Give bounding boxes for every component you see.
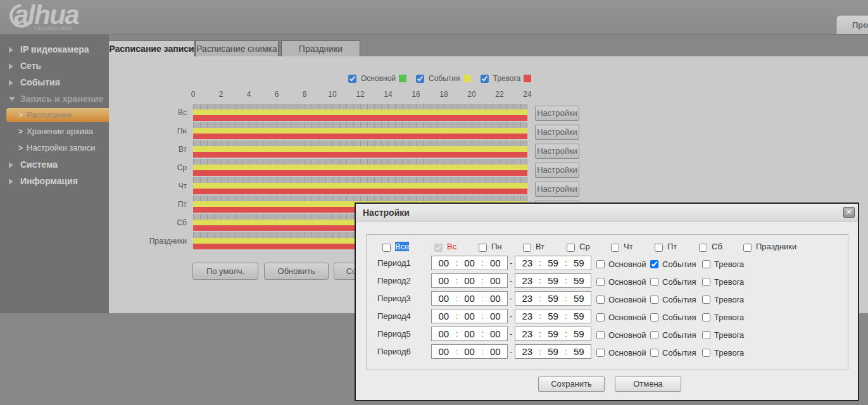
time-value: 23	[522, 346, 532, 357]
time-value: 59	[574, 258, 584, 268]
time-value: 00	[464, 293, 475, 304]
period-label: Период3	[377, 291, 411, 306]
alarm-checkbox[interactable]	[702, 331, 710, 339]
alarm-checkbox[interactable]	[702, 260, 710, 268]
day-checkbox-label: Вт	[536, 242, 544, 251]
main-checkbox[interactable]	[596, 260, 605, 268]
record-type-check: Тревога	[702, 311, 744, 323]
event-checkbox[interactable]	[650, 331, 658, 339]
day-checkbox[interactable]	[743, 244, 752, 252]
day-checkbox-label: Вс	[447, 242, 456, 251]
time-value: 59	[548, 275, 558, 286]
period-start-input[interactable]: 00:00:00	[431, 344, 508, 359]
record-type-label: Тревога	[714, 259, 744, 269]
alarm-checkbox[interactable]	[702, 349, 710, 357]
time-value: 00	[438, 275, 449, 286]
main-checkbox[interactable]	[596, 313, 605, 321]
day-checkbox[interactable]	[479, 244, 487, 252]
alarm-checkbox[interactable]	[702, 296, 710, 304]
record-type-label: Основной	[608, 330, 646, 340]
main-checkbox[interactable]	[596, 349, 605, 357]
main-checkbox[interactable]	[596, 331, 605, 339]
time-value: 00	[464, 311, 475, 321]
record-type-check: События	[650, 294, 696, 305]
record-type-check: События	[650, 276, 696, 287]
time-value: 23	[522, 275, 532, 286]
record-type-check: Основной	[596, 329, 646, 340]
record-type-check: Основной	[596, 276, 646, 287]
time-range-separator: -	[510, 291, 512, 306]
event-checkbox[interactable]	[650, 260, 658, 268]
dialog-titlebar: Настройки	[356, 204, 858, 222]
main-checkbox[interactable]	[596, 278, 605, 286]
dialog-cancel-button[interactable]: Отмена	[615, 377, 681, 392]
time-colon: :	[455, 347, 457, 356]
alarm-checkbox[interactable]	[702, 278, 710, 286]
close-icon[interactable]: ✕	[843, 207, 855, 218]
dialog-save-button[interactable]: Сохранить	[538, 377, 605, 392]
day-check-item: Ср	[567, 240, 590, 251]
alarm-checkbox[interactable]	[702, 313, 710, 321]
day-checkbox[interactable]	[655, 244, 663, 252]
period-end-input[interactable]: 23:59:59	[515, 327, 591, 341]
period-end-input[interactable]: 23:59:59	[515, 256, 591, 270]
main-checkbox[interactable]	[596, 296, 605, 304]
period-end-input[interactable]: 23:59:59	[515, 291, 591, 306]
time-colon: :	[481, 277, 483, 285]
day-checkbox[interactable]	[434, 244, 443, 252]
record-type-label: События	[662, 277, 696, 287]
record-type-check: События	[650, 329, 696, 340]
time-value: 23	[522, 328, 532, 339]
time-range-separator: -	[510, 309, 512, 323]
event-checkbox[interactable]	[650, 296, 658, 304]
time-value: 00	[438, 311, 449, 321]
record-type-check: Тревога	[702, 347, 744, 358]
day-checkbox[interactable]	[611, 244, 619, 252]
period-end-input[interactable]: 23:59:59	[515, 309, 591, 323]
day-checkbox[interactable]	[567, 244, 575, 252]
period-row: Период500:00:0023:59:59-ОсновнойСобытияТ…	[356, 327, 860, 341]
period-label: Период5	[377, 327, 411, 341]
event-checkbox[interactable]	[650, 278, 658, 286]
time-colon: :	[565, 277, 567, 285]
record-type-check: Основной	[596, 258, 646, 270]
period-start-input[interactable]: 00:00:00	[431, 309, 508, 323]
period-end-input[interactable]: 23:59:59	[515, 273, 591, 288]
event-checkbox[interactable]	[650, 313, 658, 321]
period-start-input[interactable]: 00:00:00	[431, 327, 508, 341]
record-type-label: Тревога	[714, 295, 744, 304]
period-start-input[interactable]: 00:00:00	[431, 256, 508, 270]
day-checkbox[interactable]	[699, 244, 707, 252]
period-start-input[interactable]: 00:00:00	[431, 273, 508, 288]
period-start-input[interactable]: 00:00:00	[431, 291, 508, 306]
time-colon: :	[539, 294, 541, 303]
day-checkbox-label: Ср	[579, 242, 590, 251]
day-checkbox[interactable]	[523, 244, 531, 252]
time-value: 59	[548, 311, 558, 321]
record-type-label: Основной	[608, 277, 646, 287]
time-value: 59	[574, 346, 584, 357]
day-checkbox-label: Сб	[712, 242, 722, 251]
record-type-check: Тревога	[702, 294, 744, 305]
event-checkbox[interactable]	[650, 349, 658, 357]
time-colon: :	[481, 312, 483, 321]
day-check-item: Чт	[611, 240, 633, 251]
record-type-label: События	[662, 259, 696, 269]
record-type-check: События	[650, 258, 696, 270]
day-checkbox[interactable]	[382, 244, 391, 252]
period-row: Период300:00:0023:59:59-ОсновнойСобытияТ…	[356, 291, 860, 306]
time-colon: :	[539, 312, 541, 321]
record-type-check: Основной	[596, 294, 646, 305]
record-type-label: События	[662, 348, 696, 358]
day-check-item: Праздники	[743, 240, 796, 251]
time-colon: :	[565, 259, 567, 268]
record-type-label: События	[662, 295, 696, 304]
time-colon: :	[455, 277, 457, 285]
time-value: 59	[574, 275, 584, 286]
time-range-separator: -	[510, 327, 512, 341]
record-type-check: Тревога	[702, 276, 744, 287]
period-end-input[interactable]: 23:59:59	[515, 344, 591, 359]
time-value: 59	[574, 293, 584, 304]
time-value: 59	[574, 311, 584, 321]
day-checkbox-label: Пн	[491, 242, 502, 251]
